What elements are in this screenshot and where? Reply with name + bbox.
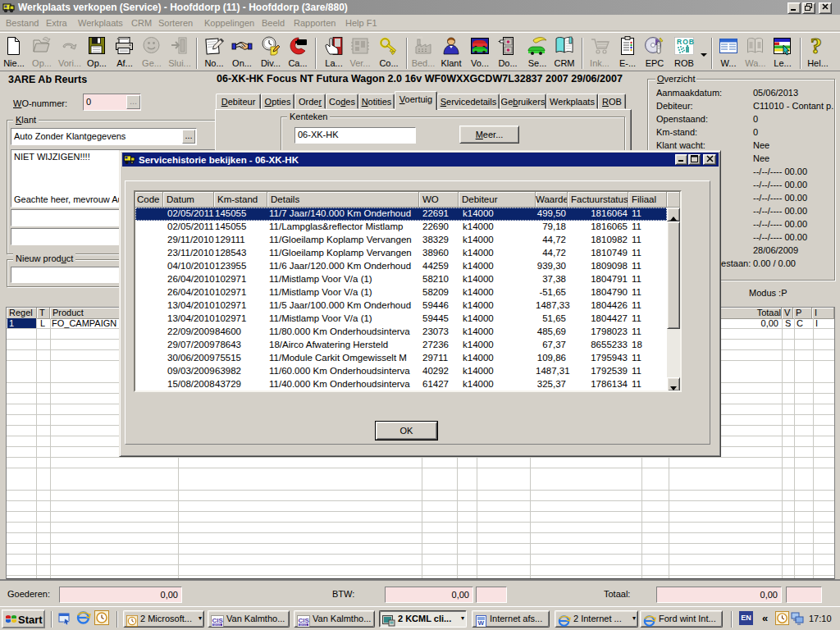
svg-text:NEWS: NEWS: [299, 623, 307, 627]
svg-text:W: W: [478, 619, 485, 627]
svg-text:NEWS: NEWS: [213, 623, 221, 627]
svg-text:?: ?: [810, 35, 822, 57]
svg-text:ROB: ROB: [677, 38, 695, 46]
